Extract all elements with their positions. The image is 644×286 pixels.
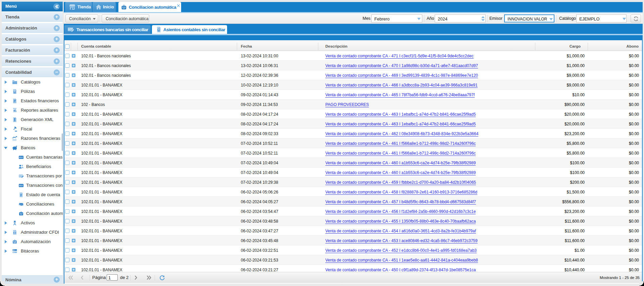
svg-text:$: $ xyxy=(20,157,21,158)
svg-text:$: $ xyxy=(14,91,15,93)
svg-text:$: $ xyxy=(20,185,21,186)
